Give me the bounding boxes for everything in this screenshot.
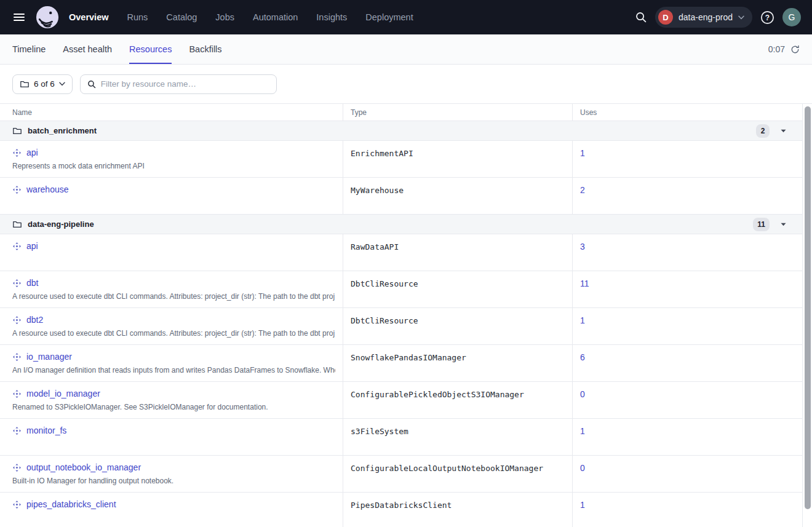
- resource-type-cell: PipesDatabricksClient: [343, 493, 572, 527]
- resource-uses-cell: 11: [572, 271, 803, 307]
- tab-timeline[interactable]: Timeline: [12, 34, 46, 64]
- resource-row: api RawDataAPI 3: [0, 234, 802, 271]
- chevron-down-icon: [59, 82, 65, 86]
- resource-row: output_notebook_io_manager Built-in IO M…: [0, 456, 802, 493]
- group-scope-label: 6 of 6: [34, 79, 55, 89]
- resource-icon: [12, 242, 22, 251]
- refresh-icon[interactable]: [790, 45, 800, 54]
- column-header-type: Type: [343, 104, 572, 121]
- dagster-logo-icon[interactable]: [36, 6, 59, 29]
- tab-resources[interactable]: Resources: [129, 34, 172, 64]
- svg-text:?: ?: [765, 13, 770, 22]
- resource-row: io_manager An I/O manager definition tha…: [0, 345, 802, 382]
- resource-name-link[interactable]: api: [26, 148, 38, 157]
- resource-icon: [12, 315, 22, 325]
- resource-name-link[interactable]: pipes_databricks_client: [26, 499, 116, 509]
- resource-type-cell: DbtCliResource: [343, 271, 572, 307]
- table-header-row: Name Type Uses: [0, 104, 802, 121]
- filter-bar: 6 of 6: [0, 65, 812, 103]
- resource-icon: [12, 426, 22, 435]
- resource-uses-link[interactable]: 1: [580, 148, 585, 158]
- vertical-scrollbar[interactable]: [805, 106, 811, 509]
- resource-uses-link[interactable]: 6: [580, 352, 585, 362]
- resource-description: A resource used to execute dbt CLI comma…: [12, 329, 335, 338]
- tab-asset-health[interactable]: Asset health: [63, 34, 112, 64]
- nav-item-jobs[interactable]: Jobs: [215, 12, 234, 22]
- user-avatar[interactable]: G: [782, 8, 801, 26]
- resource-uses-cell: 2: [572, 178, 803, 214]
- resource-uses-link[interactable]: 2: [580, 185, 585, 195]
- resource-name-cell: io_manager An I/O manager definition tha…: [0, 345, 343, 381]
- top-navbar: OverviewRunsCatalogJobsAutomationInsight…: [0, 0, 812, 34]
- group-scope-dropdown[interactable]: 6 of 6: [12, 74, 73, 94]
- resource-name-cell: warehouse: [0, 178, 343, 214]
- resource-row: model_io_manager Renamed to S3PickleIOMa…: [0, 382, 802, 419]
- resource-name-cell: dbt A resource used to execute dbt CLI c…: [0, 271, 343, 307]
- resource-row: monitor_fs s3FileSystem 1: [0, 419, 802, 456]
- resource-name-cell: output_notebook_io_manager Built-in IO M…: [0, 456, 343, 492]
- resource-name-cell: api Represents a mock data enrichment AP…: [0, 141, 343, 177]
- nav-item-catalog[interactable]: Catalog: [166, 12, 197, 22]
- nav-item-deployment[interactable]: Deployment: [365, 12, 413, 22]
- search-icon: [87, 80, 96, 89]
- help-icon[interactable]: ?: [760, 10, 774, 25]
- resource-uses-cell: 3: [572, 234, 803, 271]
- group-row[interactable]: batch_enrichment 2: [0, 121, 802, 141]
- search-icon[interactable]: [635, 11, 647, 23]
- refresh-timer: 0:07: [768, 44, 785, 54]
- nav-item-automation[interactable]: Automation: [253, 12, 298, 22]
- tab-backfills[interactable]: Backfills: [189, 34, 221, 64]
- resource-row: pipes_databricks_client PipesDatabricksC…: [0, 493, 802, 527]
- resource-uses-link[interactable]: 11: [580, 279, 589, 288]
- resource-uses-link[interactable]: 1: [580, 500, 585, 510]
- nav-item-insights[interactable]: Insights: [316, 12, 347, 22]
- resource-name-link[interactable]: io_manager: [26, 352, 72, 362]
- resource-description: Represents a mock data enrichment API: [12, 162, 335, 170]
- workspace-badge: D: [658, 10, 673, 25]
- folder-icon: [20, 79, 30, 89]
- resource-type: MyWarehouse: [351, 186, 404, 195]
- resource-type: EnrichmentAPI: [351, 149, 413, 158]
- resource-name-link[interactable]: dbt2: [26, 315, 43, 325]
- resource-name-link[interactable]: output_notebook_io_manager: [26, 462, 141, 472]
- group-count-badge: 2: [756, 124, 770, 138]
- resource-icon: [12, 352, 22, 362]
- workspace-label: data-eng-prod: [679, 12, 733, 22]
- resource-type-cell: s3FileSystem: [343, 419, 572, 455]
- resource-name-link[interactable]: monitor_fs: [26, 426, 66, 435]
- resource-uses-link[interactable]: 3: [580, 242, 585, 252]
- resource-description: Renamed to S3PickleIOManager. See S3Pick…: [12, 403, 335, 411]
- collapse-caret-icon[interactable]: [781, 129, 786, 133]
- resource-uses-link[interactable]: 1: [580, 426, 585, 436]
- group-row-right: 2: [756, 124, 786, 138]
- resource-uses-cell: 1: [572, 141, 803, 177]
- group-row[interactable]: data-eng-pipeline 11: [0, 215, 802, 234]
- collapse-caret-icon[interactable]: [781, 223, 786, 226]
- resource-uses-link[interactable]: 0: [580, 463, 585, 473]
- overview-tabs: TimelineAsset healthResourcesBackfills: [12, 34, 222, 64]
- resource-type: s3FileSystem: [351, 427, 408, 436]
- resource-uses-link[interactable]: 0: [580, 389, 585, 399]
- resource-type-cell: MyWarehouse: [343, 178, 572, 214]
- nav-item-runs[interactable]: Runs: [127, 12, 148, 22]
- nav-item-overview[interactable]: Overview: [69, 12, 109, 22]
- resource-uses-cell: 1: [572, 493, 803, 527]
- resource-uses-link[interactable]: 1: [580, 315, 585, 325]
- resource-uses-cell: 6: [572, 345, 803, 381]
- resource-filter-input[interactable]: [101, 79, 269, 89]
- menu-hamburger-icon[interactable]: [9, 7, 30, 28]
- resources-table: Name Type Uses batch_enrichment 2 api Re…: [0, 104, 803, 527]
- resource-name-link[interactable]: model_io_manager: [26, 389, 100, 398]
- resource-row: api Represents a mock data enrichment AP…: [0, 141, 802, 178]
- workspace-switcher[interactable]: D data-eng-prod: [655, 7, 752, 28]
- navbar-right-controls: D data-eng-prod ? G: [635, 7, 801, 28]
- folder-icon: [12, 220, 22, 229]
- resource-name-link[interactable]: dbt: [26, 278, 38, 288]
- resource-type: ConfigurableLocalOutputNotebookIOManager: [351, 464, 543, 473]
- resource-icon: [12, 389, 22, 398]
- resource-type: ConfigurablePickledObjectS3IOManager: [351, 390, 524, 399]
- resource-name-link[interactable]: api: [26, 241, 38, 251]
- resource-name-cell: model_io_manager Renamed to S3PickleIOMa…: [0, 382, 343, 418]
- resource-type: PipesDatabricksClient: [351, 501, 452, 510]
- resource-name-link[interactable]: warehouse: [26, 184, 69, 194]
